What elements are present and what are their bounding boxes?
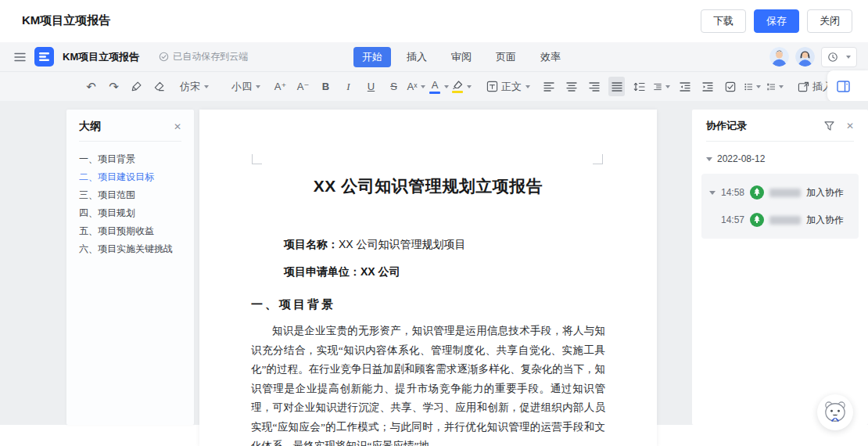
history-dropdown[interactable] [821,47,857,67]
italic-button[interactable]: I [340,77,357,96]
collab-close-icon[interactable]: ✕ [846,120,854,131]
redacted-username [769,216,801,225]
tab-review[interactable]: 审阅 [443,47,480,67]
numbered-list-select[interactable] [767,77,784,96]
doc-paragraph[interactable]: 知识是企业宝贵的无形资产，知识管理是运用信息技术手段，将人与知识充分结合，实现“… [251,322,605,446]
bullet-list-select[interactable] [744,77,761,96]
top-header: KM项目立项报告 下载 保存 关闭 [0,0,868,42]
close-button[interactable]: 关闭 [807,9,852,33]
caret-down-icon [756,85,761,88]
doc-field-project-name[interactable]: 项目名称：XX 公司知识管理规划项目 [251,236,605,253]
caret-down-icon [204,85,209,88]
style-icon [486,81,498,92]
tab-insert[interactable]: 插入 [398,47,436,67]
outline-title: 大纲 [79,120,101,134]
align-center-button[interactable] [563,77,579,96]
download-button[interactable]: 下载 [701,9,746,33]
indent-decrease-button[interactable] [676,77,693,96]
collab-action: 加入协作 [806,214,844,227]
caret-down-icon [665,85,670,88]
check-circle-icon [159,52,169,62]
caret-down-icon [444,85,449,88]
highlight-pen-icon [452,81,463,89]
indent-increase-button[interactable] [699,77,716,96]
collab-event-row[interactable]: 14:57 加入协作 [709,213,851,227]
redo-button[interactable]: ↷ [106,77,122,96]
collab-event-row[interactable]: 14:58 加入协作 [709,185,851,200]
outline-panel: 大纲 ✕ 一、项目背景 二、项目建设目标 三、项目范围 四、项目规划 五、项目预… [66,110,194,425]
collapse-menu-icon[interactable] [14,52,26,62]
menu-bar-left: KM项目立项报告 已自动保存到云端 [14,42,248,71]
font-color-select[interactable]: A [431,77,447,96]
outline-item-1[interactable]: 一、项目背景 [79,150,181,168]
format-toolbar: ↶ ↷ 仿宋 小四 A⁺ A⁻ B I U S Aˣ A [0,71,868,101]
outline-item-4[interactable]: 四、项目规划 [79,204,181,222]
font-family-select[interactable]: 仿宋 [180,77,225,96]
caret-down-icon [421,85,425,88]
doc-section-heading[interactable]: 一、项目背景 [251,297,605,312]
menu-bar-right [769,42,857,71]
collab-date-group[interactable]: 2022-08-12 [692,142,868,172]
member-avatar-icon [750,213,764,227]
increase-font-button[interactable]: A⁺ [272,77,289,96]
format-painter-icon[interactable] [128,77,145,96]
underline-button[interactable]: U [363,77,379,96]
caret-down-icon [709,191,716,195]
caret-down-icon [706,157,712,161]
clear-format-icon[interactable] [151,77,167,96]
outline-item-5[interactable]: 五、项目预期收益 [79,222,181,240]
tab-efficiency[interactable]: 效率 [532,47,569,67]
paragraph-style-select[interactable]: 正文 [482,77,534,96]
ribbon-tabs: 开始 插入 审阅 页面 效率 [353,42,569,71]
collaborator-avatar-2[interactable] [795,47,815,67]
align-right-button[interactable] [586,77,602,96]
side-panel-toggle[interactable] [827,70,868,102]
assistant-mascot-button[interactable] [817,394,853,430]
collab-action: 加入协作 [806,186,844,200]
align-left-button[interactable] [540,77,557,96]
docs-app-logo-icon[interactable] [34,47,54,67]
document-title: KM项目立项报告 [63,50,139,64]
caret-down-icon [467,85,472,88]
undo-button[interactable]: ↶ [83,77,99,96]
collaborator-avatar-1[interactable] [769,47,789,67]
filter-icon[interactable] [824,121,834,131]
doc-fields: 项目名称：XX 公司知识管理规划项目 项目申请单位：XX 公司 [199,236,657,280]
autosave-label: 已自动保存到云端 [173,50,248,63]
insert-icon [798,81,809,92]
header-actions: 下载 保存 关闭 [701,9,852,33]
mascot-icon [821,398,849,426]
paragraph-spacing-select[interactable] [654,77,670,96]
doc-main-title[interactable]: XX 公司知识管理规划立项报告 [231,175,626,197]
decrease-font-button[interactable]: A⁻ [295,77,311,96]
outline-item-3[interactable]: 三、项目范围 [79,186,181,204]
superscript-select[interactable]: Aˣ [408,77,425,96]
caret-down-icon [525,85,530,88]
caret-down-icon [779,85,784,88]
doc-field-applicant[interactable]: 项目申请单位：XX 公司 [251,264,605,280]
collab-title: 协作记录 [706,119,824,133]
highlight-color-select[interactable] [454,77,470,96]
document-page[interactable]: XX 公司知识管理规划立项报告 项目名称：XX 公司知识管理规划项目 项目申请单… [199,110,657,446]
tab-page[interactable]: 页面 [487,47,525,67]
member-avatar-icon [750,185,764,200]
line-spacing-button[interactable] [631,77,647,96]
collab-events: 14:58 加入协作 14:57 加入协作 [701,174,859,239]
menu-bar: KM项目立项报告 已自动保存到云端 开始 插入 审阅 页面 效率 [0,42,868,71]
save-button[interactable]: 保存 [754,9,799,33]
collab-time: 14:57 [721,214,744,225]
redacted-username [769,189,801,197]
checkbox-button[interactable] [722,77,738,96]
font-size-select[interactable]: 小四 [231,77,266,96]
justify-button[interactable] [608,77,625,96]
outline-item-2[interactable]: 二、项目建设目标 [79,168,181,186]
bold-button[interactable]: B [317,77,334,96]
caret-down-icon [846,56,851,59]
outline-close-icon[interactable]: ✕ [174,121,181,132]
caret-down-icon [256,85,260,88]
outline-item-6[interactable]: 六、项目实施关键挑战 [79,240,181,258]
tab-start[interactable]: 开始 [353,47,391,67]
collab-time: 14:58 [721,187,744,198]
strikethrough-button[interactable]: S [386,77,402,96]
highlight-color-swatch [452,91,463,93]
